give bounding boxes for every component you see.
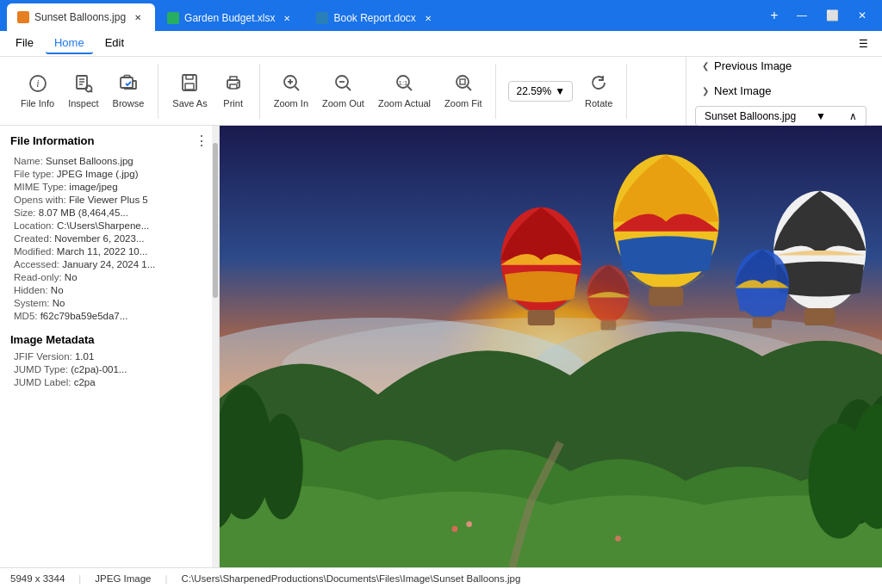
- file-type-status: JPEG Image: [95, 573, 151, 584]
- info-row: MD5: f62c79ba59e5da7...: [10, 311, 208, 321]
- hamburger-menu[interactable]: ☰: [852, 34, 875, 53]
- zoom-out-button[interactable]: Zoom Out: [315, 70, 371, 112]
- inspect-button[interactable]: Inspect: [61, 71, 105, 112]
- left-panel: File Information ⋮ Name: Sunset Balloons…: [0, 126, 220, 567]
- file-select-dropdown[interactable]: Sunset Balloons.jpg ▼ ∧: [695, 106, 866, 127]
- window-controls: — ⬜ ✕: [788, 6, 875, 25]
- menu-item-edit[interactable]: Edit: [96, 33, 133, 54]
- zoom-fit-label: Zoom Fit: [444, 98, 481, 108]
- info-row: Created: November 6, 2023...: [10, 233, 208, 244]
- zoom-in-icon: [282, 73, 301, 96]
- info-row: Read-only: No: [10, 272, 208, 282]
- tool-group-file: i File Info Inspect: [7, 64, 158, 119]
- zoom-out-icon: [333, 73, 352, 96]
- info-row: System: No: [10, 298, 208, 308]
- tab-close-1[interactable]: ✕: [280, 11, 294, 25]
- svg-rect-13: [230, 84, 237, 89]
- svg-point-45: [615, 535, 621, 542]
- save-as-icon: [180, 73, 199, 96]
- svg-line-18: [295, 87, 299, 91]
- tab-2[interactable]: Book Report.docx✕: [306, 5, 444, 31]
- tab-close-2[interactable]: ✕: [421, 11, 435, 25]
- zoom-actual-label: Zoom Actual: [378, 98, 431, 108]
- maximize-button[interactable]: ⬜: [817, 6, 848, 25]
- tab-0[interactable]: Sunset Balloons.jpg✕: [7, 3, 155, 31]
- next-image-button[interactable]: ❯ Next Image: [695, 81, 866, 101]
- zoom-actual-button[interactable]: 1:1 Zoom Actual: [371, 70, 438, 112]
- info-row: Name: Sunset Balloons.jpg: [10, 156, 208, 166]
- svg-rect-55: [804, 308, 835, 325]
- menu-bar: FileHomeEdit ☰: [0, 31, 882, 57]
- svg-rect-59: [753, 317, 772, 328]
- info-row: Size: 8.07 MB (8,464,45...: [10, 207, 208, 218]
- tab-icon-1: [167, 12, 179, 24]
- metadata-row: JFIF Version: 1.01: [10, 351, 208, 362]
- metadata-row: JUMD Type: (c2pa)-001...: [10, 364, 208, 374]
- svg-line-24: [408, 87, 413, 91]
- zoom-fit-button[interactable]: Zoom Fit: [438, 70, 488, 112]
- browse-label: Browse: [113, 98, 145, 108]
- close-button[interactable]: ✕: [849, 6, 875, 25]
- scrollbar-thumb[interactable]: [213, 143, 218, 298]
- file-select-value: Sunset Balloons.jpg: [705, 110, 796, 122]
- tab-label-1: Garden Budget.xlsx: [184, 12, 275, 24]
- info-row: Opens with: File Viewer Plus 5: [10, 195, 208, 205]
- svg-rect-10: [186, 75, 193, 79]
- toolbar: i File Info Inspect: [0, 57, 882, 126]
- svg-text:i: i: [36, 77, 39, 90]
- tab-label-2: Book Report.docx: [333, 12, 415, 24]
- svg-line-21: [347, 87, 351, 91]
- metadata-section-title: Image Metadata: [10, 333, 208, 346]
- file-info-button[interactable]: i File Info: [14, 71, 61, 112]
- zoom-fit-icon: [454, 73, 473, 96]
- info-row: Modified: March 11, 2022 10...: [10, 246, 208, 257]
- svg-point-43: [452, 526, 458, 532]
- info-row: Accessed: January 24, 2024 1...: [10, 259, 208, 269]
- svg-point-14: [237, 82, 239, 84]
- print-icon: [224, 73, 243, 96]
- zoom-value: 22.59%: [516, 85, 551, 97]
- info-row: Hidden: No: [10, 285, 208, 295]
- prev-chevron-icon: ❮: [702, 61, 709, 71]
- svg-rect-11: [185, 84, 194, 90]
- status-bar: 5949 x 3344 | JPEG Image | C:\Users\Shar…: [0, 567, 882, 588]
- zoom-out-label: Zoom Out: [322, 98, 364, 108]
- info-row: File type: JPEG Image (.jpg): [10, 169, 208, 179]
- zoom-in-label: Zoom In: [274, 98, 308, 108]
- file-path-status: C:\Users\SharpenedProductions\Documents\…: [182, 573, 521, 584]
- print-button[interactable]: Print: [214, 70, 252, 112]
- zoom-in-button[interactable]: Zoom In: [267, 70, 315, 112]
- add-tab-button[interactable]: +: [762, 3, 786, 28]
- tool-group-zoom: Zoom In Zoom Out 1:1 Zoom Actual: [260, 64, 497, 119]
- previous-image-label: Previous Image: [714, 59, 792, 72]
- file-info-label: File Info: [21, 98, 54, 108]
- file-select-dropdown-icon: ▼: [816, 110, 826, 122]
- minimize-button[interactable]: —: [788, 6, 816, 25]
- svg-rect-26: [460, 79, 465, 84]
- svg-line-7: [90, 90, 92, 92]
- svg-point-44: [466, 521, 472, 527]
- tab-close-0[interactable]: ✕: [131, 10, 145, 24]
- scrollbar-track[interactable]: [212, 126, 219, 567]
- previous-image-button[interactable]: ❮ Previous Image: [695, 56, 866, 76]
- browse-icon: [119, 73, 138, 96]
- browse-button[interactable]: Browse: [106, 70, 152, 112]
- menu-item-file[interactable]: File: [7, 33, 42, 54]
- svg-rect-63: [600, 320, 616, 330]
- save-as-button[interactable]: Save As: [165, 70, 214, 112]
- metadata-row: JUMD Label: c2pa: [10, 377, 208, 387]
- collapse-icon: ∧: [849, 110, 857, 122]
- zoom-select[interactable]: 22.59% ▼: [508, 81, 573, 102]
- rotate-icon: [589, 73, 608, 96]
- tool-group-rotate: 22.59% ▼ Rotate: [496, 64, 627, 119]
- panel-title: File Information: [10, 134, 95, 147]
- tab-icon-2: [316, 12, 328, 24]
- tab-1[interactable]: Garden Budget.xlsx✕: [157, 5, 304, 31]
- panel-menu-button[interactable]: ⋮: [195, 133, 208, 149]
- menu-item-home[interactable]: Home: [46, 33, 93, 54]
- rotate-button[interactable]: Rotate: [578, 70, 619, 112]
- next-image-label: Next Image: [714, 84, 771, 97]
- title-bar: Sunset Balloons.jpg✕Garden Budget.xlsx✕B…: [0, 0, 882, 31]
- panel-body: Name: Sunset Balloons.jpgFile type: JPEG…: [0, 156, 219, 567]
- svg-point-35: [261, 414, 303, 520]
